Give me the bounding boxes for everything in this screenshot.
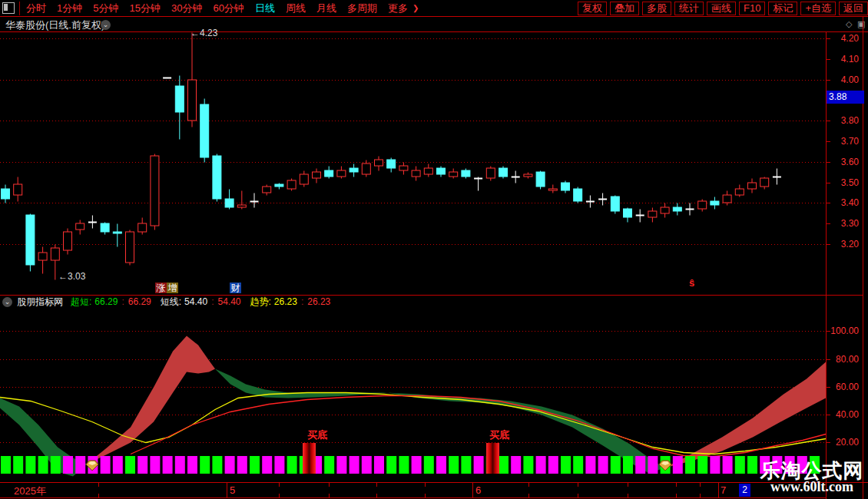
indicator-field-value: 54.40 [184,296,207,307]
field-separator: : [211,296,214,307]
frame-lines [0,17,868,499]
indicator-axis-label: 80.00 [836,354,859,365]
period-tab-2[interactable]: 5分钟 [93,2,118,15]
indicator-axis-label: 60.00 [836,382,859,392]
watermark-url: www.60lt.com [759,479,865,495]
panel-icon[interactable]: ▣ [857,19,865,29]
year-label: 2025年 [14,484,46,498]
price-axis-label: 4.20 [841,33,859,44]
price-axis-label: 3.20 [841,239,859,250]
indicator-field-label: 超短: [71,296,91,309]
price-axis-label: 3.60 [841,157,859,167]
draw-marker-icon: ŝ [689,277,694,289]
main-gridlines [0,39,826,245]
period-tab-1[interactable]: 1分钟 [57,2,82,15]
period-tab-7[interactable]: 周线 [286,2,306,15]
indicator-field-value: 26.23 [274,296,297,307]
toolbar-button-1[interactable]: 叠加 [610,2,639,15]
field-separator: : [121,296,124,307]
toolbar-button-6[interactable]: 标记 [768,2,797,15]
toolbar-button-2[interactable]: 多股 [642,2,671,15]
month-label: 7 [721,484,726,496]
chevron-down-icon[interactable]: ⌄ [2,297,12,307]
price-axis-label: 3.30 [841,218,859,229]
diamond-markers [86,461,671,471]
cursor-price-badge: 3.88 [827,91,864,104]
price-axis-label: 3.80 [841,115,859,126]
toolbar-button-4[interactable]: 画线 [707,2,736,15]
period-tab-0[interactable]: 分时 [26,2,46,15]
signal-blocks [1,456,820,474]
field-separator: : [301,296,303,307]
chevron-down-icon[interactable]: ⌄ [101,20,111,30]
app-window: 分时1分钟5分钟15分钟30分钟60分钟日线周线月线多周期更多❯复权叠加多股统计… [0,0,868,499]
period-tab-9[interactable]: 多周期 [347,2,377,15]
period-toolbar: 分时1分钟5分钟15分钟30分钟60分钟日线周线月线多周期更多❯复权叠加多股统计… [0,0,868,16]
month-label: 5 [230,484,235,496]
indicator-field-value2: 54.40 [217,296,240,307]
price-axis-label: 4.00 [841,74,859,85]
month-label: 6 [475,484,481,496]
toolbar-actions: 复权叠加多股统计画线F10标记+自选返回 [575,2,868,15]
indicator-axis-label: 20.00 [836,437,859,448]
indicator-bands [0,336,826,477]
toolbar-button-5[interactable]: F10 [739,2,765,15]
toolbar-button-7[interactable]: +自选 [800,2,836,15]
chevron-right-icon: ❯ [412,4,419,12]
toolbar-button-0[interactable]: 复权 [578,2,607,15]
event-tag-zeng[interactable]: 增 [167,283,178,293]
price-axis-label: 3.70 [841,136,859,147]
indicator-name[interactable]: 股朋指标网 [17,296,63,309]
price-axis-label: 3.40 [841,197,859,208]
period-tab-3[interactable]: 15分钟 [129,2,160,15]
indicator-field-value: 66.29 [94,296,118,307]
signal-bars [303,443,499,474]
low-price-annotation: ←3.03 [58,271,85,282]
price-axis-label: 4.10 [841,54,859,64]
diamond-icon[interactable]: ◇ [846,19,852,29]
indicator-field-label: 短线: [161,296,181,309]
period-tab-4[interactable]: 30分钟 [171,2,202,15]
period-tab-8[interactable]: 月线 [316,2,336,15]
period-tab-10[interactable]: 更多 [388,2,408,15]
buy-bottom-label: 买底 [307,428,327,442]
toolbar-button-3[interactable]: 统计 [674,2,704,15]
indicator-axis-label: 100.00 [830,326,859,336]
chart-title: 华泰股份(日线.前复权) [5,18,104,32]
period-tab-5[interactable]: 60分钟 [213,2,244,15]
candlestick-layer [2,33,781,280]
indicator-gridlines [0,332,826,443]
axis-ticks [99,39,831,499]
indicator-header: ⌄ 股朋指标网 超短:66.29:66.29短线:54.40:54.40趋势:2… [2,296,340,308]
toolbar-button-8[interactable]: 返回 [839,2,868,15]
indicator-field-label: 趋势: [250,296,271,309]
indicator-field-value2: 26.23 [307,296,330,307]
indicator-field-value2: 66.29 [128,296,151,307]
period-tab-6[interactable]: 日线 [255,2,275,15]
indicator-lines [0,393,826,457]
event-tag-cai[interactable]: 财 [230,283,241,293]
event-tag-zhang[interactable]: 涨 [155,283,167,293]
high-price-annotation: ←4.23 [190,28,217,38]
cursor-date-badge: 2 [739,484,750,497]
toolbar-divider [19,2,20,15]
indicator-axis-label: 40.00 [836,409,859,420]
layout-toggle-icon[interactable] [2,2,15,14]
price-axis-label: 3.50 [841,177,859,188]
buy-bottom-label: 买底 [489,428,509,442]
chart-canvas [0,0,868,499]
